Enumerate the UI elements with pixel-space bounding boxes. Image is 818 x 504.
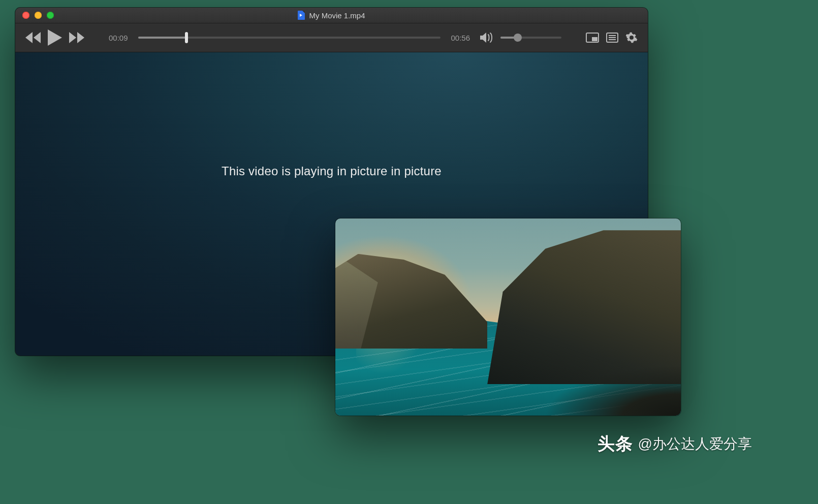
svg-marker-0 bbox=[25, 32, 33, 43]
volume-slider[interactable] bbox=[500, 37, 561, 39]
minimize-window-button[interactable] bbox=[35, 12, 42, 19]
seek-fill bbox=[138, 37, 186, 39]
svg-rect-6 bbox=[592, 37, 597, 41]
pip-video-content bbox=[335, 218, 681, 416]
current-time-label: 00:09 bbox=[109, 34, 128, 42]
svg-marker-2 bbox=[48, 29, 62, 46]
source-watermark: 头条 @办公达人爱分享 bbox=[597, 432, 752, 456]
window-titlebar: My Movie 1.mp4 bbox=[15, 8, 648, 23]
seek-slider[interactable] bbox=[138, 37, 441, 39]
rewind-icon bbox=[25, 32, 41, 43]
play-icon bbox=[48, 29, 62, 46]
pip-floating-window[interactable] bbox=[335, 218, 681, 416]
watermark-handle: @办公达人爱分享 bbox=[638, 434, 752, 454]
pip-status-message: This video is playing in picture in pict… bbox=[222, 164, 442, 178]
gear-icon bbox=[625, 32, 638, 44]
play-button[interactable] bbox=[48, 29, 62, 46]
close-window-button[interactable] bbox=[22, 12, 29, 19]
volume-button[interactable] bbox=[480, 32, 493, 43]
fast-forward-icon bbox=[69, 32, 84, 43]
window-controls bbox=[15, 12, 54, 19]
window-title: My Movie 1.mp4 bbox=[309, 11, 365, 20]
settings-button[interactable] bbox=[625, 32, 638, 44]
video-file-icon bbox=[298, 11, 305, 20]
svg-marker-1 bbox=[34, 32, 41, 43]
total-time-label: 00:56 bbox=[451, 34, 470, 42]
volume-thumb[interactable] bbox=[514, 34, 522, 42]
volume-icon bbox=[480, 32, 493, 43]
picture-in-picture-button[interactable] bbox=[586, 33, 599, 43]
zoom-window-button[interactable] bbox=[47, 12, 54, 19]
fast-forward-button[interactable] bbox=[69, 32, 84, 43]
window-title-group: My Movie 1.mp4 bbox=[15, 11, 648, 20]
playlist-icon bbox=[606, 33, 618, 43]
rewind-button[interactable] bbox=[25, 32, 41, 43]
svg-marker-4 bbox=[77, 32, 84, 43]
player-controls-bar: 00:09 00:56 bbox=[15, 23, 648, 52]
svg-marker-3 bbox=[69, 32, 76, 43]
playlist-button[interactable] bbox=[606, 33, 618, 43]
picture-in-picture-icon bbox=[586, 33, 599, 43]
watermark-brand: 头条 bbox=[597, 432, 633, 456]
seek-thumb[interactable] bbox=[185, 32, 188, 43]
